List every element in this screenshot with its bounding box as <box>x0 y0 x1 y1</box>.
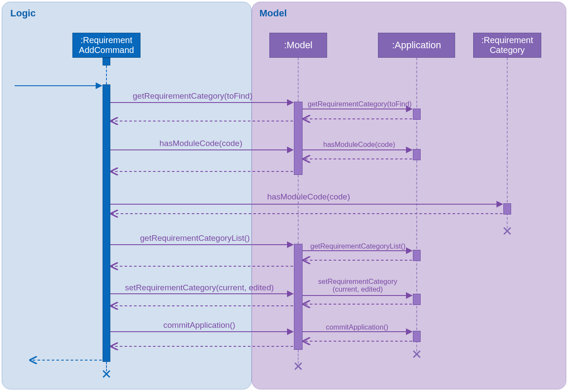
arrows-layer <box>0 0 568 392</box>
terminate-model-icon <box>294 362 303 370</box>
terminate-app-icon <box>412 350 421 358</box>
terminate-reqcat-icon <box>503 227 512 235</box>
sequence-diagram: Logic Model :Requirement AddCommand :Mod… <box>0 0 568 392</box>
terminate-cmd-icon <box>102 370 111 378</box>
